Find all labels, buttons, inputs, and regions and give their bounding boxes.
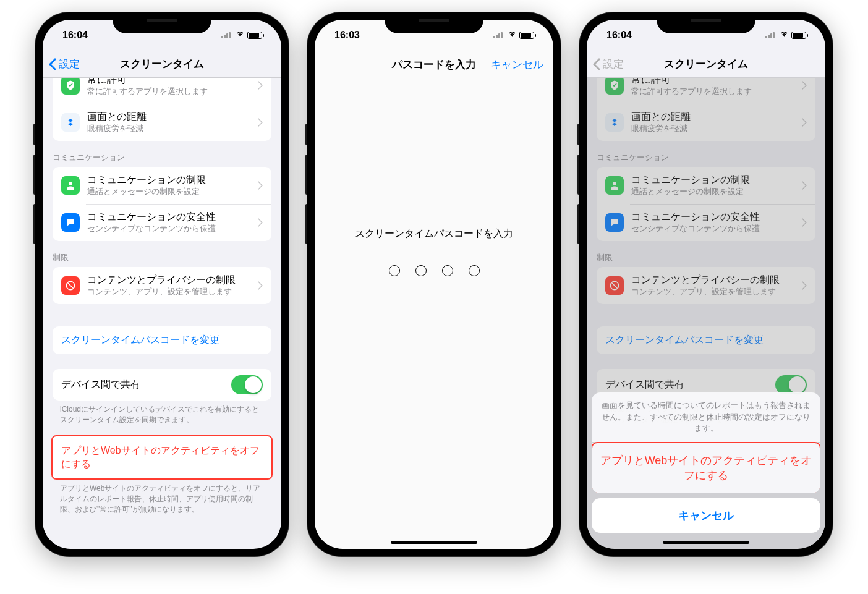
screen-2: 16:03 パスコードを入力 キャンセル スクリーンタイムパスコードを入力 [315, 20, 553, 549]
phone-frame-2: 16:03 パスコードを入力 キャンセル スクリーンタイムパスコードを入力 [307, 12, 561, 556]
no-entry-icon [605, 276, 624, 295]
content-area: 常に許可 常に許可するアプリを選択します 画面との距離 眼精疲労を軽減 [43, 78, 281, 549]
svg-line-5 [612, 283, 618, 289]
battery-icon [519, 32, 536, 39]
cell-title: コミュニケーションの安全性 [87, 211, 258, 224]
chevron-right-icon [802, 118, 807, 127]
time-label: 16:03 [334, 30, 360, 41]
no-entry-icon [61, 276, 80, 295]
cellular-icon [765, 32, 775, 38]
chevron-right-icon [258, 118, 263, 127]
section-header-communication: コミュニケーション [43, 141, 281, 167]
sheet-message: 画面を見ている時間についてのレポートはもう報告されません。また、すべての制限と休… [592, 392, 820, 443]
toggle-label: デバイス間で共有 [61, 378, 140, 391]
passcode-dot [415, 265, 427, 276]
chevron-right-icon [802, 281, 807, 290]
status-indicators [765, 30, 808, 41]
cell-subtitle: センシティブなコンテンツから保護 [87, 224, 258, 234]
nav-title: スクリーンタイム [120, 57, 204, 71]
row-communication-safety[interactable]: コミュニケーションの安全性 センシティブなコンテンツから保護 [53, 204, 271, 241]
notch [385, 12, 483, 33]
passcode-dot [389, 265, 400, 276]
passcode-prompt: スクリーンタイムパスコードを入力 [355, 227, 513, 240]
phone-frame-1: 16:04 設定 スクリーンタイム 常に許可 [35, 12, 289, 556]
row-always-allow: 常に許可 常に許可するアプリを選択します [597, 78, 815, 104]
toggle-switch [775, 375, 807, 394]
battery-icon [791, 32, 808, 39]
cell-title: 常に許可 [87, 78, 258, 86]
chevron-left-icon [593, 58, 600, 70]
back-label: 設定 [59, 57, 80, 71]
row-always-allow[interactable]: 常に許可 常に許可するアプリを選択します [53, 78, 271, 104]
content-area: 常に許可 常に許可するアプリを選択します 画面との距離 眼精疲労を軽減 [587, 78, 825, 549]
sheet-turn-off-button[interactable]: アプリとWebサイトのアクティビティをオフにする [592, 442, 820, 493]
screen-1: 16:04 設定 スクリーンタイム 常に許可 [43, 20, 281, 549]
row-communication-limits[interactable]: コミュニケーションの制限 通話とメッセージの制限を設定 [53, 167, 271, 204]
chevron-right-icon [258, 281, 263, 290]
chevron-right-icon [258, 218, 263, 227]
nav-bar: パスコードを入力 キャンセル [315, 51, 553, 78]
svg-point-3 [613, 182, 616, 185]
back-button[interactable]: 設定 [49, 57, 80, 71]
cell-subtitle: 常に許可するアプリを選択します [87, 87, 258, 97]
cell-subtitle: 眼精疲労を軽減 [87, 124, 258, 134]
turn-off-activity-cell[interactable]: アプリとWebサイトのアクティビティをオフにする [51, 435, 273, 480]
row-communication-safety: コミュニケーションの安全性 センシティブなコンテンツから保護 [597, 204, 815, 241]
wifi-icon [235, 30, 245, 41]
nav-title: スクリーンタイム [664, 57, 748, 71]
turn-off-footer: アプリとWebサイトのアクティビティをオフにすると、リアルタイムのレポート報告、… [43, 480, 281, 514]
row-screen-distance[interactable]: 画面との距離 眼精疲労を軽減 [53, 104, 271, 141]
checkmark-shield-icon [61, 78, 80, 95]
cell-subtitle: コンテンツ、アプリ、設定を管理します [87, 287, 258, 297]
cellular-icon [221, 32, 231, 38]
passcode-dot [442, 265, 453, 276]
row-content-privacy[interactable]: コンテンツとプライバシーの制限 コンテンツ、アプリ、設定を管理します [53, 267, 271, 304]
toggle-switch[interactable] [231, 375, 263, 394]
back-button: 設定 [593, 57, 624, 71]
nav-bar: 設定 スクリーンタイム [587, 51, 825, 78]
section-header-restrictions: 制限 [43, 241, 281, 267]
home-indicator[interactable] [391, 541, 477, 544]
person-icon [605, 176, 624, 195]
chevron-right-icon [258, 181, 263, 190]
cancel-button[interactable]: キャンセル [491, 57, 543, 72]
home-indicator[interactable] [663, 541, 749, 544]
message-icon [605, 213, 624, 232]
share-footer: iCloudにサインインしているデバイスでこれを有効にするとスクリーンタイム設定… [43, 401, 281, 425]
row-content-privacy: コンテンツとプライバシーの制限 コンテンツ、アプリ、設定を管理します [597, 267, 815, 304]
row-screen-distance: 画面との距離 眼精疲労を軽減 [597, 104, 815, 141]
cell-subtitle: 通話とメッセージの制限を設定 [87, 187, 258, 197]
turn-off-label: アプリとWebサイトのアクティビティをオフにする [53, 436, 271, 479]
cellular-icon [493, 32, 503, 38]
change-passcode-link[interactable]: スクリーンタイムパスコードを変更 [53, 326, 271, 354]
cell-title: 画面との距離 [87, 111, 258, 124]
share-across-devices-row[interactable]: デバイス間で共有 [53, 369, 271, 401]
nav-bar: 設定 スクリーンタイム [43, 51, 281, 78]
cell-title: コミュニケーションの制限 [87, 174, 258, 187]
chevron-right-icon [802, 218, 807, 227]
wifi-icon [507, 30, 517, 41]
svg-point-0 [69, 182, 72, 185]
passcode-dots[interactable] [389, 265, 480, 276]
screen-3: 16:04 設定 スクリーンタイム 常に許可 [587, 20, 825, 549]
chevron-right-icon [258, 81, 263, 90]
cell-title: コンテンツとプライバシーの制限 [87, 274, 258, 287]
svg-line-2 [68, 283, 74, 289]
status-indicators [493, 30, 536, 41]
time-label: 16:04 [606, 30, 632, 41]
chevron-left-icon [49, 58, 56, 70]
notch [113, 12, 211, 33]
chevron-right-icon [802, 181, 807, 190]
passcode-dot [469, 265, 480, 276]
sheet-cancel-button[interactable]: キャンセル [592, 498, 820, 533]
distance-icon [605, 113, 624, 132]
row-communication-limits: コミュニケーションの制限 通話とメッセージの制限を設定 [597, 167, 815, 204]
message-icon [61, 213, 80, 232]
time-label: 16:04 [62, 30, 88, 41]
change-passcode-link: スクリーンタイムパスコードを変更 [597, 326, 815, 354]
person-icon [61, 176, 80, 195]
battery-icon [247, 32, 264, 39]
action-sheet: 画面を見ている時間についてのレポートはもう報告されません。また、すべての制限と休… [592, 392, 820, 533]
content-area: スクリーンタイムパスコードを入力 [315, 78, 553, 549]
wifi-icon [779, 30, 789, 41]
